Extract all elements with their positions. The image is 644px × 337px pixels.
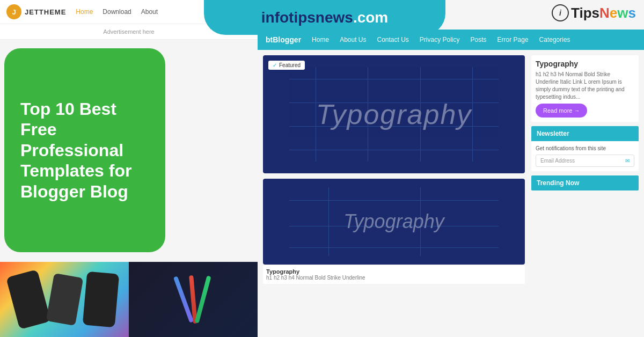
itips-s: s: [628, 5, 636, 21]
grid-line-1: [289, 79, 499, 79]
grid-line-s1: [289, 200, 499, 201]
grid-line-v1: [316, 67, 316, 162]
grid-line-v2: [368, 67, 368, 162]
email-icon: ✉: [625, 158, 630, 164]
nav-download[interactable]: Download: [103, 8, 131, 16]
read-more-button[interactable]: Read more →: [536, 104, 587, 118]
infotips-domain: .com: [353, 9, 388, 26]
nav-about[interactable]: About: [141, 8, 158, 16]
article-description: h1 h2 h3 h4 Normal Bold Strike Underline…: [536, 71, 634, 101]
second-post-image: Typography: [263, 179, 525, 265]
phone-shape-1: [6, 269, 51, 329]
sidebar: Typography h1 h2 h3 h4 Normal Bold Strik…: [531, 55, 639, 332]
itips-n: N: [599, 5, 610, 21]
itips-brand-text: TipsNews: [571, 5, 636, 21]
grid-decoration: [263, 55, 525, 173]
btb-nav-categories[interactable]: Categories: [539, 36, 570, 43]
pens-image: [129, 262, 258, 337]
infotips-word: infotipsnews: [261, 9, 353, 26]
itipsnews-logo: i TipsNews: [552, 4, 636, 21]
newsletter-input[interactable]: Email Address ✉: [536, 155, 634, 167]
btb-nav-error[interactable]: Error Page: [497, 36, 529, 43]
grid-decoration-2: [263, 179, 525, 265]
infotipsnews-banner: infotipsnews.com: [204, 0, 445, 35]
tips-label: Tips: [571, 5, 599, 21]
bottom-images: [0, 262, 258, 337]
pen-shape-3: [194, 275, 211, 323]
grid-line-s2: [289, 226, 499, 226]
phones-image: [0, 262, 129, 337]
trending-title: Trending Now: [537, 179, 633, 187]
right-blog-panel: i TipsNews btBlogger Home About Us Conta…: [258, 0, 644, 337]
logo-name: JETTHEME: [25, 8, 66, 16]
grid-line-2: [289, 102, 499, 103]
itips-e: e: [610, 5, 617, 21]
newsletter-header: Newsletter: [531, 126, 639, 141]
nav-home[interactable]: Home: [76, 8, 93, 16]
article-title: Typography: [536, 60, 634, 68]
itips-info-icon: i: [552, 4, 569, 21]
grid-line-sv2: [420, 187, 421, 256]
grid-line-4: [289, 150, 499, 150]
infotipsnews-text: infotipsnews.com: [261, 9, 388, 26]
grid-line-3: [289, 126, 499, 127]
second-post-subtitle: h1 h2 h3 h4 Normal Bold Strike Underline: [266, 275, 522, 281]
second-post-container: Typography Typography h1 h2 h3 h4 Normal…: [263, 179, 525, 284]
infotipsnews-banner-container: infotipsnews.com: [204, 0, 445, 38]
grid-line-v4: [472, 67, 473, 162]
main-content-area: Featured Typography Typography: [258, 50, 644, 337]
newsletter-description: Get notifications from this site: [536, 145, 634, 151]
newsletter-placeholder: Email Address: [540, 158, 575, 164]
phone-shape-3: [82, 272, 119, 328]
featured-badge: Featured: [268, 61, 305, 70]
grid-line-sv1: [328, 187, 329, 256]
btb-nav-posts[interactable]: Posts: [471, 36, 487, 43]
newsletter-body: Get notifications from this site Email A…: [531, 141, 639, 171]
phone-shape-2: [46, 273, 83, 326]
itips-w: w: [617, 5, 628, 21]
second-post-label: Typography: [266, 268, 522, 275]
logo-icon: J: [6, 4, 21, 19]
grid-line-s3: [289, 247, 499, 248]
green-card-title: Top 10 Best Free Professional Templates …: [20, 99, 149, 202]
featured-post: Featured Typography: [263, 55, 525, 173]
article-info-box: Typography h1 h2 h3 h4 Normal Bold Strik…: [531, 55, 639, 122]
jettheme-logo: J JETTHEME: [6, 4, 66, 19]
trending-box: Trending Now: [531, 175, 639, 191]
second-post-info: Typography h1 h2 h3 h4 Normal Bold Strik…: [263, 265, 525, 284]
featured-post-container: Featured Typography: [263, 55, 525, 173]
newsletter-box: Newsletter Get notifications from this s…: [531, 126, 639, 171]
left-blog-panel: J JETTHEME Home Download About 🔍 Adverti…: [0, 0, 258, 337]
grid-line-v3: [420, 67, 421, 162]
ad-text: Advertisement here: [103, 28, 154, 35]
green-card: Top 10 Best Free Professional Templates …: [4, 48, 165, 252]
content-left-column: Featured Typography Typography: [263, 55, 525, 332]
